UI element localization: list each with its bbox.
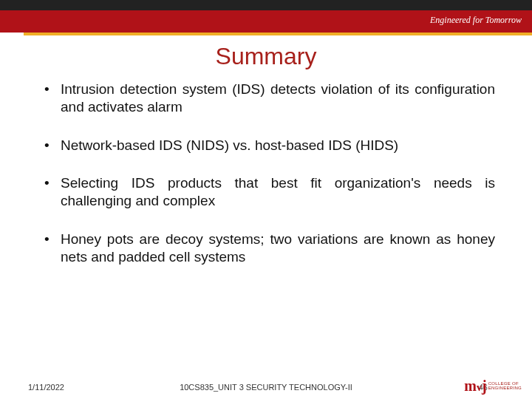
bullet-item: Intrusion detection system (IDS) detects… xyxy=(44,81,495,116)
slide-title: Summary xyxy=(0,43,532,70)
tagline: Engineered for Tomorrow xyxy=(430,15,522,26)
bullet-item: Network-based IDS (NIDS) vs. host-based … xyxy=(44,137,495,154)
header-red-bar: Engineered for Tomorrow xyxy=(0,10,532,33)
slide: Engineered for Tomorrow Summary Intrusio… xyxy=(0,0,532,399)
top-black-band xyxy=(0,0,532,10)
bullet-list: Intrusion detection system (IDS) detects… xyxy=(44,81,495,265)
accent-gold-bar xyxy=(24,33,532,35)
logo-line2: ENGINEERING xyxy=(488,386,522,390)
footer-reference: 10CS835_UNIT 3 SECURITY TECHNOLOGY-II xyxy=(180,383,352,392)
footer: 1/11/2022 10CS835_UNIT 3 SECURITY TECHNO… xyxy=(0,375,532,393)
header: Engineered for Tomorrow xyxy=(0,10,532,35)
content-area: Intrusion detection system (IDS) detects… xyxy=(0,81,532,265)
logo-mark: mvj xyxy=(464,378,486,393)
logo: mvj COLLEGE OF ENGINEERING xyxy=(464,378,522,393)
logo-text: COLLEGE OF ENGINEERING xyxy=(488,381,522,390)
footer-date: 1/11/2022 xyxy=(28,383,64,392)
bullet-item: Selecting IDS products that best fit org… xyxy=(44,174,495,210)
bullet-item: Honey pots are decoy systems; two variat… xyxy=(44,231,495,266)
